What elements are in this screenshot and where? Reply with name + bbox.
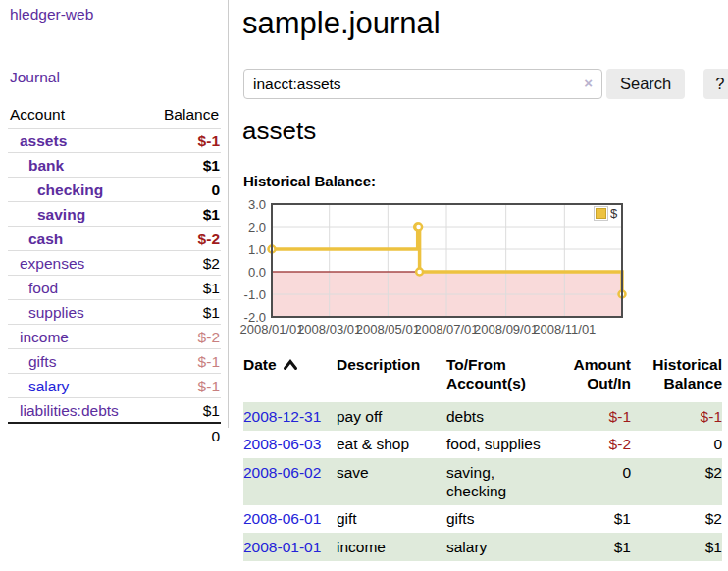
account-balance: $-2 [198,230,221,248]
sidebar-account-income[interactable]: income [8,328,69,346]
sidebar-account-assets[interactable]: assets [8,131,67,150]
register-cell-description: gift [337,505,446,534]
sidebar-account-supplies[interactable]: supplies [8,303,84,322]
register-cell-amount: $-2 [550,431,631,459]
register-column-label: Date [243,356,277,373]
account-balance: $-1 [198,377,221,395]
account-heading: assets [242,116,316,146]
chart-title: Historical Balance: [243,173,376,189]
account-row: gifts$-1 [8,348,221,373]
register-cell-date: 2008-12-31 [243,402,337,431]
register-cell-date: 2008-06-02 [243,458,337,505]
register-cell-description: eat & shop [337,431,446,459]
brand-link[interactable]: hledger-web [10,6,93,24]
accounts-total: 0 [8,422,221,445]
register-cell-balance: $-1 [631,402,722,431]
sidebar: hledger-web Journal Account Balance asse… [0,0,229,428]
register-column-date[interactable]: Date [243,353,337,402]
accounts-header: Account Balance [8,104,221,128]
register-cell-description: income [337,533,446,561]
search-bar: × Search ? [243,69,728,99]
account-balance: $-1 [198,352,221,371]
chart-x-tick-label: 2008/01/01 [239,322,303,337]
register-cell-accounts: debts [446,402,550,431]
register-cell-amount: $1 [550,533,631,561]
register-date-link[interactable]: 2008-01-01 [243,539,321,555]
chart-y-tick-label: 3.0 [248,197,266,212]
register-column-label: Historical Balance [652,356,722,391]
accounts-list: assets$-1bank$1checking0saving$1cash$-2e… [8,128,221,422]
register-cell-date: 2008-06-01 [243,505,337,534]
register-cell-amount: $1 [550,505,631,534]
accounts-panel: Account Balance assets$-1bank$1checking0… [8,104,221,445]
search-input-wrap: × [243,69,602,99]
register-column-historical-balance: Historical Balance [631,353,722,402]
register-date-link[interactable]: 2008-06-03 [243,436,321,452]
account-row: bank$1 [8,152,221,177]
sort-asc-chevron-up-icon [283,359,298,371]
chart-x-tick-label: 2008/03/01 [297,322,361,337]
account-balance: $1 [203,156,221,175]
register-row: 2008-06-03eat & shopfood, supplies$-20 [243,431,722,459]
register-cell-description: pay off [337,402,446,431]
account-row: food$1 [8,275,221,299]
register-cell-accounts: gifts [446,505,550,534]
sidebar-item-journal[interactable]: Journal [10,69,60,86]
account-row: salary$-1 [8,373,221,397]
register-cell-balance: $2 [631,458,722,505]
register-cell-description: save [337,458,446,505]
account-row: cash$-2 [8,226,221,250]
search-input[interactable] [243,69,602,99]
register-date-link[interactable]: 2008-12-31 [243,408,321,425]
register-cell-date: 2008-06-03 [243,431,337,459]
chart-y-tick-label: 2.0 [248,220,266,234]
register-column-to-from-account-s-: To/From Account(s) [446,353,550,402]
chart-legend-swatch [597,209,606,219]
sidebar-account-bank[interactable]: bank [8,156,64,175]
chart-data-point[interactable] [415,224,422,231]
search-button[interactable]: Search [606,69,685,99]
account-balance: $1 [203,205,221,224]
sidebar-account-liabilities-debts[interactable]: liabilities:debts [8,401,119,420]
register-column-label: Description [337,356,420,373]
account-balance: $-1 [198,131,221,150]
register-header-row: DateDescriptionTo/From Account(s)Amount … [243,353,722,402]
chart-x-tick-label: 2008/05/01 [356,322,420,337]
register-row: 2008-12-31pay offdebts$-1$-1 [243,402,722,431]
account-balance: 0 [211,181,221,199]
register-cell-balance: $1 [631,533,722,561]
register-date-link[interactable]: 2008-06-02 [243,464,321,481]
chart-data-point[interactable] [416,269,423,276]
chart-x-tick-label: 2008/11/01 [533,322,596,337]
historical-balance-chart: $3.02.01.00.0-1.0-2.02008/01/012008/03/0… [243,197,728,342]
sidebar-account-checking[interactable]: checking [8,181,103,199]
account-balance: $-2 [198,328,221,346]
register-row: 2008-06-01giftgifts$1$2 [243,505,722,534]
account-row: assets$-1 [8,128,221,152]
register-date-link[interactable]: 2008-06-01 [243,510,321,527]
chart-y-tick-label: 0.0 [248,265,266,280]
register-column-amount-out-in: Amount Out/In [550,353,631,402]
sidebar-account-gifts[interactable]: gifts [8,352,56,371]
sidebar-account-salary[interactable]: salary [8,377,69,395]
account-balance: $1 [203,401,221,420]
sidebar-account-saving[interactable]: saving [8,205,85,224]
historical-balance-chart-canvas[interactable]: $3.02.01.00.0-1.0-2.02008/01/012008/03/0… [243,197,728,342]
sidebar-account-expenses[interactable]: expenses [8,254,84,273]
register-cell-balance: 0 [631,431,722,459]
chart-y-tick-label: -1.0 [244,287,266,302]
account-row: liabilities:debts$1 [8,397,221,422]
page: hledger-web Journal Account Balance asse… [0,0,728,571]
chart-legend-label: $ [610,206,618,221]
register-cell-amount: $-1 [550,402,631,431]
sidebar-account-cash[interactable]: cash [8,230,63,248]
chart-y-tick-label: 1.0 [248,242,266,257]
register-cell-amount: 0 [550,458,631,505]
sidebar-account-food[interactable]: food [8,279,58,297]
page-title: sample.journal [242,6,441,41]
help-button[interactable]: ? [703,69,728,99]
register-table: DateDescriptionTo/From Account(s)Amount … [243,353,722,561]
accounts-header-balance-label: Balance [164,106,219,124]
register-row: 2008-01-01incomesalary$1$1 [243,533,722,561]
clear-search-icon[interactable]: × [584,75,593,91]
